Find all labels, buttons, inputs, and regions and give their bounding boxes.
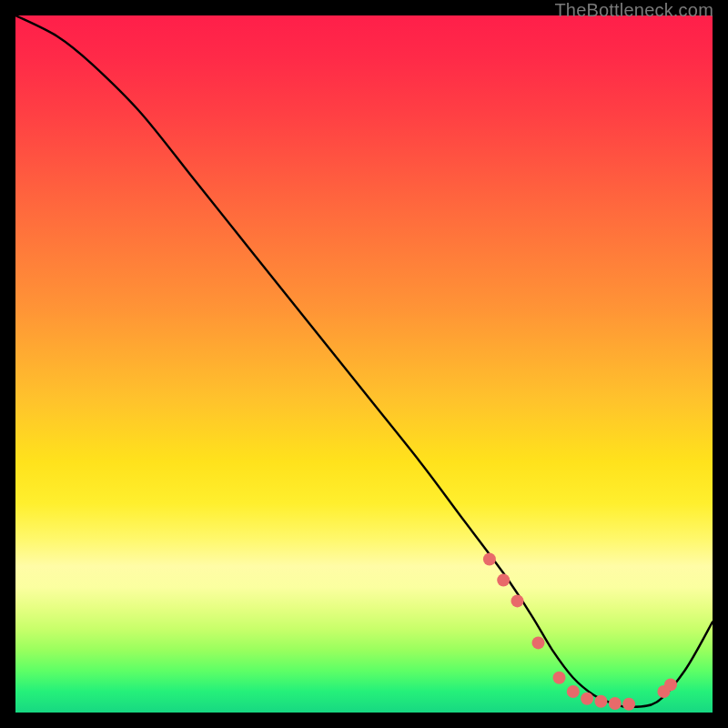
curve-marker	[581, 693, 593, 705]
chart-svg	[15, 15, 713, 713]
curve-marker	[567, 685, 580, 698]
curve-marker	[483, 553, 496, 566]
plot-area	[15, 15, 713, 713]
curve-markers	[483, 553, 677, 711]
curve-marker	[553, 672, 566, 684]
curve-marker	[532, 636, 545, 649]
chart-stage: TheBottleneck.com	[0, 0, 728, 728]
curve-line	[15, 15, 713, 707]
curve-marker	[511, 594, 524, 607]
curve-marker	[594, 695, 607, 708]
curve-marker	[497, 574, 510, 587]
curve-marker	[664, 678, 677, 691]
curve-marker	[622, 698, 635, 711]
curve-marker	[609, 697, 622, 710]
watermark-text: TheBottleneck.com	[554, 0, 713, 21]
